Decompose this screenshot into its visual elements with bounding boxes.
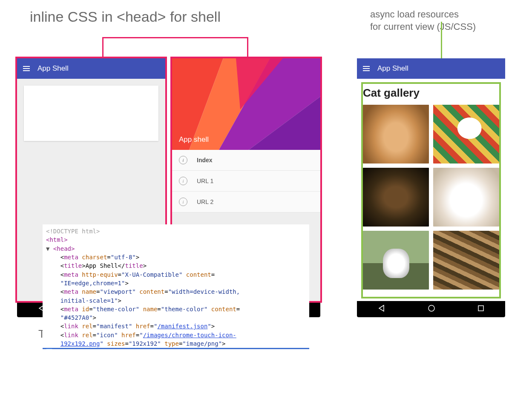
info-icon: i: [179, 177, 187, 185]
app-topbar: App Shell: [357, 58, 505, 79]
devtools-code-snippet: <!DOCTYPE html> <html> ▼ <head> <meta ch…: [43, 224, 309, 349]
app-topbar: App Shell: [17, 58, 165, 79]
list-item-label: Index: [197, 157, 213, 164]
nav-recent-icon[interactable]: [477, 305, 484, 313]
gallery-thumb[interactable]: [433, 105, 499, 164]
blank-card: [24, 86, 158, 141]
label-inline-css: inline CSS in <head> for shell: [30, 9, 221, 33]
nav-back-icon[interactable]: [378, 304, 385, 314]
menu-icon[interactable]: [363, 66, 370, 71]
topbar-title: App Shell: [37, 64, 69, 73]
info-icon: i: [179, 198, 187, 206]
label-async-line1: async load resources: [370, 9, 459, 20]
list-item-label: URL 2: [197, 198, 213, 205]
phone-gallery: App Shell Cat gallery: [357, 58, 505, 317]
menu-icon[interactable]: [23, 66, 30, 71]
hero-label: App shell: [179, 135, 209, 144]
gallery-grid: [363, 105, 499, 290]
gallery-thumb[interactable]: [363, 105, 429, 164]
android-nav: [357, 301, 505, 317]
connector-lines: [17, 37, 515, 58]
gallery-thumb[interactable]: [433, 231, 499, 290]
list-item-index[interactable]: i Index: [172, 150, 320, 171]
gallery-thumb[interactable]: [363, 168, 429, 227]
svg-rect-10: [478, 306, 483, 311]
topbar-title: App Shell: [377, 64, 408, 73]
gallery-thumb[interactable]: [363, 231, 429, 290]
info-icon: i: [179, 156, 187, 164]
label-async-load: async load resources for current view (J…: [370, 9, 515, 33]
list-item-url1[interactable]: i URL 1: [172, 171, 320, 192]
list-item-label: URL 1: [197, 178, 213, 184]
gallery-thumb[interactable]: [433, 168, 499, 227]
gallery-title: Cat gallery: [363, 86, 499, 100]
label-async-line2: for current view (JS/CSS): [370, 21, 476, 32]
svg-point-9: [428, 305, 434, 311]
list-item-url2[interactable]: i URL 2: [172, 192, 320, 212]
hero-banner: App shell: [172, 58, 320, 150]
nav-home-icon[interactable]: [428, 304, 435, 314]
